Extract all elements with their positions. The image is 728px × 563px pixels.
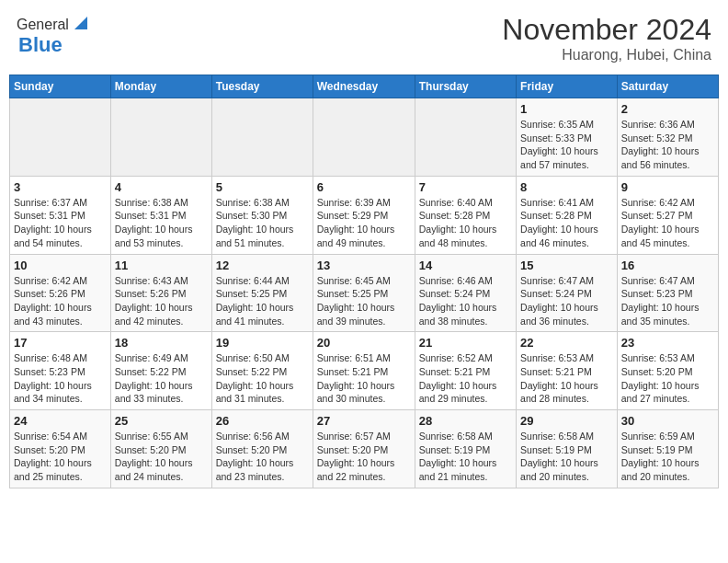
day-number: 5: [216, 180, 309, 194]
week-row-5: 24Sunrise: 6:54 AM Sunset: 5:20 PM Dayli…: [10, 410, 719, 488]
calendar-cell: [313, 98, 415, 177]
header-day-thursday: Thursday: [415, 75, 516, 98]
calendar-cell: 30Sunrise: 6:59 AM Sunset: 5:19 PM Dayli…: [617, 410, 718, 488]
calendar-cell: 29Sunrise: 6:58 AM Sunset: 5:19 PM Dayli…: [517, 410, 618, 488]
calendar-body: 1Sunrise: 6:35 AM Sunset: 5:33 PM Daylig…: [10, 98, 719, 488]
day-number: 2: [621, 102, 714, 116]
calendar-cell: 10Sunrise: 6:42 AM Sunset: 5:26 PM Dayli…: [10, 254, 111, 332]
calendar-cell: 28Sunrise: 6:58 AM Sunset: 5:19 PM Dayli…: [415, 410, 516, 488]
day-info: Sunrise: 6:47 AM Sunset: 5:24 PM Dayligh…: [520, 274, 613, 328]
page-title: November 2024: [502, 13, 711, 47]
page-subtitle: Huarong, Hubei, China: [502, 47, 711, 63]
calendar-cell: [211, 98, 313, 177]
day-info: Sunrise: 6:53 AM Sunset: 5:20 PM Dayligh…: [621, 351, 714, 406]
day-info: Sunrise: 6:59 AM Sunset: 5:19 PM Dayligh…: [621, 430, 714, 484]
day-number: 26: [216, 414, 309, 428]
day-info: Sunrise: 6:48 AM Sunset: 5:23 PM Dayligh…: [14, 351, 107, 406]
logo-triangle-icon: [71, 13, 91, 33]
header-day-wednesday: Wednesday: [313, 75, 415, 98]
day-number: 25: [115, 414, 208, 428]
calendar-cell: 19Sunrise: 6:50 AM Sunset: 5:22 PM Dayli…: [211, 332, 313, 410]
calendar-cell: 27Sunrise: 6:57 AM Sunset: 5:20 PM Dayli…: [313, 410, 415, 488]
header-day-saturday: Saturday: [617, 75, 718, 98]
day-number: 19: [216, 336, 309, 350]
calendar-cell: 13Sunrise: 6:45 AM Sunset: 5:25 PM Dayli…: [313, 254, 415, 332]
calendar-cell: 4Sunrise: 6:38 AM Sunset: 5:31 PM Daylig…: [110, 176, 211, 254]
day-number: 12: [216, 259, 309, 272]
calendar-cell: 5Sunrise: 6:38 AM Sunset: 5:30 PM Daylig…: [211, 176, 313, 254]
day-number: 13: [317, 259, 411, 272]
day-info: Sunrise: 6:37 AM Sunset: 5:31 PM Dayligh…: [14, 196, 107, 250]
day-info: Sunrise: 6:44 AM Sunset: 5:25 PM Dayligh…: [216, 274, 309, 328]
calendar-header: SundayMondayTuesdayWednesdayThursdayFrid…: [10, 75, 719, 98]
header-day-sunday: Sunday: [10, 75, 111, 98]
day-info: Sunrise: 6:47 AM Sunset: 5:23 PM Dayligh…: [621, 274, 714, 328]
day-info: Sunrise: 6:49 AM Sunset: 5:22 PM Dayligh…: [115, 351, 208, 406]
day-info: Sunrise: 6:51 AM Sunset: 5:21 PM Dayligh…: [317, 351, 411, 406]
day-info: Sunrise: 6:57 AM Sunset: 5:20 PM Dayligh…: [317, 430, 411, 484]
day-info: Sunrise: 6:42 AM Sunset: 5:27 PM Dayligh…: [621, 196, 714, 250]
day-info: Sunrise: 6:45 AM Sunset: 5:25 PM Dayligh…: [317, 274, 411, 328]
calendar-table: SundayMondayTuesdayWednesdayThursdayFrid…: [9, 75, 719, 488]
day-number: 1: [520, 102, 613, 116]
day-info: Sunrise: 6:39 AM Sunset: 5:29 PM Dayligh…: [317, 196, 411, 250]
calendar-cell: 14Sunrise: 6:46 AM Sunset: 5:24 PM Dayli…: [415, 254, 516, 332]
week-row-1: 1Sunrise: 6:35 AM Sunset: 5:33 PM Daylig…: [10, 98, 719, 177]
day-info: Sunrise: 6:56 AM Sunset: 5:20 PM Dayligh…: [216, 430, 309, 484]
svg-marker-0: [74, 17, 87, 29]
day-number: 30: [621, 414, 714, 428]
day-info: Sunrise: 6:53 AM Sunset: 5:21 PM Dayligh…: [520, 351, 613, 406]
calendar-cell: 7Sunrise: 6:40 AM Sunset: 5:28 PM Daylig…: [415, 176, 516, 254]
day-number: 14: [419, 259, 512, 272]
calendar-cell: 12Sunrise: 6:44 AM Sunset: 5:25 PM Dayli…: [211, 254, 313, 332]
day-number: 6: [317, 180, 411, 194]
calendar-cell: 24Sunrise: 6:54 AM Sunset: 5:20 PM Dayli…: [10, 410, 111, 488]
day-number: 3: [14, 180, 107, 194]
day-info: Sunrise: 6:38 AM Sunset: 5:30 PM Dayligh…: [216, 196, 309, 250]
day-info: Sunrise: 6:55 AM Sunset: 5:20 PM Dayligh…: [115, 430, 208, 484]
day-info: Sunrise: 6:43 AM Sunset: 5:26 PM Dayligh…: [115, 274, 208, 328]
calendar-cell: 22Sunrise: 6:53 AM Sunset: 5:21 PM Dayli…: [517, 332, 618, 410]
page-header: General Blue November 2024 Huarong, Hube…: [9, 9, 719, 67]
calendar-cell: 18Sunrise: 6:49 AM Sunset: 5:22 PM Dayli…: [110, 332, 211, 410]
calendar-cell: 17Sunrise: 6:48 AM Sunset: 5:23 PM Dayli…: [10, 332, 111, 410]
calendar-cell: 2Sunrise: 6:36 AM Sunset: 5:32 PM Daylig…: [617, 98, 718, 177]
day-number: 22: [520, 336, 613, 350]
calendar-cell: 23Sunrise: 6:53 AM Sunset: 5:20 PM Dayli…: [617, 332, 718, 410]
header-row: SundayMondayTuesdayWednesdayThursdayFrid…: [10, 75, 719, 98]
calendar-cell: 6Sunrise: 6:39 AM Sunset: 5:29 PM Daylig…: [313, 176, 415, 254]
calendar-cell: 11Sunrise: 6:43 AM Sunset: 5:26 PM Dayli…: [110, 254, 211, 332]
day-info: Sunrise: 6:41 AM Sunset: 5:28 PM Dayligh…: [520, 196, 613, 250]
day-number: 9: [621, 180, 714, 194]
day-number: 24: [14, 414, 107, 428]
day-info: Sunrise: 6:40 AM Sunset: 5:28 PM Dayligh…: [419, 196, 512, 250]
day-number: 23: [621, 336, 714, 350]
header-day-tuesday: Tuesday: [211, 75, 313, 98]
logo-blue-text: Blue: [18, 33, 63, 57]
day-number: 8: [520, 180, 613, 194]
day-number: 7: [419, 180, 512, 194]
calendar-cell: 3Sunrise: 6:37 AM Sunset: 5:31 PM Daylig…: [10, 176, 111, 254]
calendar-cell: 8Sunrise: 6:41 AM Sunset: 5:28 PM Daylig…: [517, 176, 618, 254]
day-info: Sunrise: 6:50 AM Sunset: 5:22 PM Dayligh…: [216, 351, 309, 406]
day-number: 16: [621, 259, 714, 272]
day-number: 17: [14, 336, 107, 350]
calendar-cell: 16Sunrise: 6:47 AM Sunset: 5:23 PM Dayli…: [617, 254, 718, 332]
day-info: Sunrise: 6:38 AM Sunset: 5:31 PM Dayligh…: [115, 196, 208, 250]
day-info: Sunrise: 6:58 AM Sunset: 5:19 PM Dayligh…: [419, 430, 512, 484]
day-info: Sunrise: 6:46 AM Sunset: 5:24 PM Dayligh…: [419, 274, 512, 328]
day-info: Sunrise: 6:42 AM Sunset: 5:26 PM Dayligh…: [14, 274, 107, 328]
calendar-cell: [10, 98, 111, 177]
day-info: Sunrise: 6:54 AM Sunset: 5:20 PM Dayligh…: [14, 430, 107, 484]
calendar-cell: 25Sunrise: 6:55 AM Sunset: 5:20 PM Dayli…: [110, 410, 211, 488]
logo: General Blue: [17, 13, 91, 57]
logo-general-text: General: [17, 17, 69, 33]
calendar-cell: [110, 98, 211, 177]
day-number: 15: [520, 259, 613, 272]
calendar-cell: 26Sunrise: 6:56 AM Sunset: 5:20 PM Dayli…: [211, 410, 313, 488]
header-day-friday: Friday: [517, 75, 618, 98]
day-info: Sunrise: 6:36 AM Sunset: 5:32 PM Dayligh…: [621, 118, 714, 172]
day-number: 29: [520, 414, 613, 428]
day-number: 21: [419, 336, 512, 350]
title-block: November 2024 Huarong, Hubei, China: [502, 13, 711, 63]
